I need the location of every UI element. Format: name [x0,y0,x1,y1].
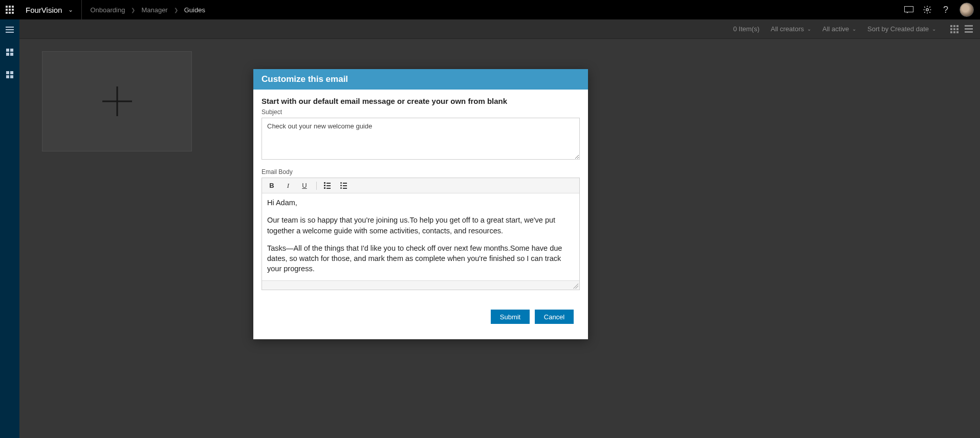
feedback-icon[interactable] [904,5,913,14]
subject-input[interactable] [262,118,580,160]
app-name-dropdown[interactable]: FourVision ⌄ [19,0,82,19]
bullet-list-icon [340,182,350,189]
cancel-button[interactable]: Cancel [535,310,574,324]
rail-nav-1[interactable] [4,46,16,58]
chevron-down-icon: ⌄ [68,6,73,13]
breadcrumb: Onboarding ❯ Manager ❯ Guides [82,6,213,14]
chevron-right-icon: ❯ [131,7,135,13]
topbar-actions: ? [904,3,980,17]
modal-title: Customize this email [253,69,588,90]
left-rail [0,19,19,438]
modal-prompt: Start with our default email message or … [262,97,580,105]
breadcrumb-item[interactable]: Manager [141,6,167,14]
gear-icon[interactable] [923,5,932,14]
subject-label: Subject [262,108,580,116]
rail-nav-2[interactable] [4,69,16,81]
avatar[interactable] [960,3,974,17]
italic-button[interactable]: I [284,182,293,190]
tiles-icon [6,49,13,56]
svg-rect-0 [905,7,913,12]
editor-footer [262,280,579,290]
topbar: FourVision ⌄ Onboarding ❯ Manager ❯ Guid… [0,0,980,19]
email-editor: B I U [262,178,580,290]
menu-toggle-button[interactable] [4,24,16,36]
svg-point-1 [926,9,929,11]
submit-button[interactable]: Submit [491,310,530,324]
underline-button[interactable]: U [300,182,309,189]
app-launcher-button[interactable] [0,0,19,19]
breadcrumb-item-current: Guides [184,6,205,14]
help-icon[interactable]: ? [941,5,950,14]
main-area: 0 Item(s) All creators⌄ All active⌄ Sort… [19,19,980,438]
ordered-list-button[interactable] [324,182,333,189]
chevron-right-icon: ❯ [174,7,178,13]
app-name: FourVision [26,6,62,14]
breadcrumb-item[interactable]: Onboarding [90,6,125,14]
bold-button[interactable]: B [267,182,276,189]
resize-handle[interactable] [573,283,578,289]
hamburger-icon [6,27,14,33]
tiles-icon [6,71,13,78]
email-body-label: Email Body [262,168,580,176]
editor-toolbar: B I U [262,178,579,193]
modal-actions: Submit Cancel [253,300,588,339]
waffle-icon [6,6,14,14]
toolbar-divider [316,182,317,190]
numbered-list-icon [324,182,333,189]
unordered-list-button[interactable] [340,182,350,189]
email-body-input[interactable]: Hi Adam, Our team is so happy that you'r… [262,193,579,280]
customize-email-modal: Customize this email Start with our defa… [253,69,588,339]
